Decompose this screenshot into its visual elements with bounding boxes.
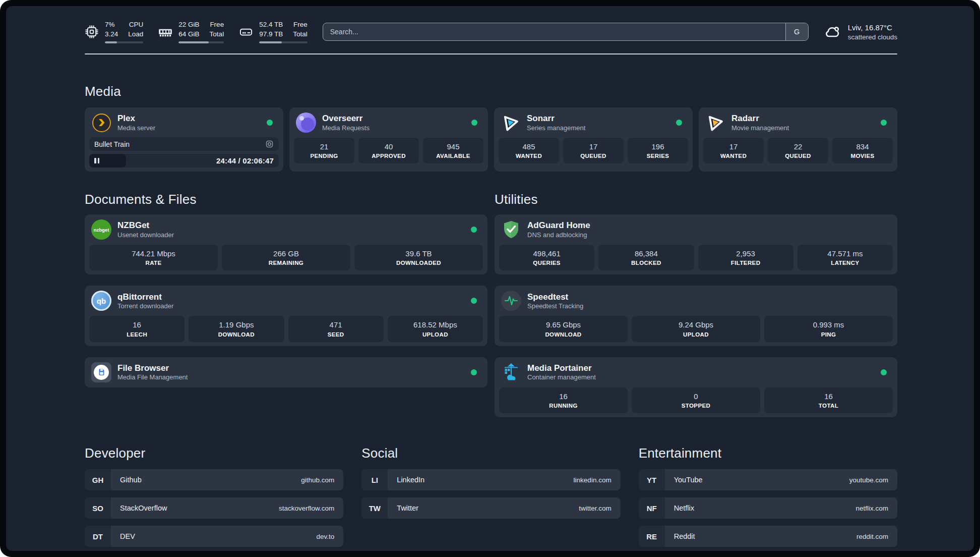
dashboard: 7%3.24 CPULoad bbox=[6, 6, 974, 551]
app-desc: Usenet downloader bbox=[117, 231, 174, 239]
bookmark-netflix[interactable]: NF Netflix netflix.com bbox=[639, 497, 897, 519]
bookmark-abbr: NF bbox=[639, 497, 665, 519]
bookmark-youtube[interactable]: YT YouTube youtube.com bbox=[639, 469, 897, 490]
stat-downloaded: 39.6 TBDOWNLOADED bbox=[354, 245, 483, 270]
now-playing-row: Bullet Train bbox=[89, 137, 279, 151]
app-name: qBittorrent bbox=[117, 292, 173, 302]
disk-stat: 52.4 TB97.9 TB FreeTotal bbox=[239, 20, 308, 44]
bookmark-abbr: LI bbox=[361, 469, 388, 490]
bookmark-github[interactable]: GH Github github.com bbox=[85, 469, 343, 490]
bookmark-url: reddit.com bbox=[856, 533, 888, 540]
stat-wanted: 485WANTED bbox=[499, 138, 559, 163]
bookmark-abbr: TW bbox=[361, 497, 388, 519]
media-row: Plex Media server Bullet Train 24:44 bbox=[85, 107, 897, 172]
section-heading-media: Media bbox=[85, 84, 897, 99]
app-name: Sonarr bbox=[527, 113, 585, 124]
section-heading-utilities: Utilities bbox=[495, 192, 897, 207]
section-heading-entertainment: Entertainment bbox=[639, 445, 897, 461]
stat-download: 9.65 GbpsDOWNLOAD bbox=[499, 316, 628, 342]
app-name: Radarr bbox=[731, 113, 789, 124]
status-online-dot bbox=[881, 120, 887, 126]
stat-upload: 618.52 MbpsUPLOAD bbox=[388, 316, 483, 342]
app-desc: DNS and adblocking bbox=[527, 231, 590, 239]
stat-download: 1.19 GbpsDOWNLOAD bbox=[189, 316, 284, 342]
search-provider-button[interactable]: G bbox=[785, 23, 808, 40]
status-online-dot bbox=[676, 120, 682, 126]
bookmark-abbr: SO bbox=[85, 497, 111, 519]
header-divider bbox=[85, 53, 897, 54]
stat-running: 16RUNNING bbox=[499, 387, 628, 413]
app-card-sonarr[interactable]: Sonarr Series management 485WANTED 17QUE… bbox=[494, 107, 693, 172]
overseerr-icon bbox=[296, 113, 316, 133]
pause-button[interactable] bbox=[94, 154, 99, 168]
app-card-speedtest[interactable]: Speedtest Speedtest Tracking 9.65 GbpsDO… bbox=[495, 286, 897, 346]
bookmark-reddit[interactable]: RE Reddit reddit.com bbox=[639, 526, 897, 547]
app-card-portainer[interactable]: Media Portainer Container management 16R… bbox=[495, 357, 897, 417]
bookmark-linkedin[interactable]: LI LinkedIn linkedin.com bbox=[361, 469, 620, 490]
cloud-icon bbox=[824, 23, 842, 41]
bookmarks-entertainment: Entertainment YT YouTube youtube.com NF … bbox=[639, 445, 897, 551]
bookmark-name: Github bbox=[120, 476, 142, 484]
app-name: Plex bbox=[117, 113, 155, 124]
status-online-dot bbox=[471, 298, 477, 304]
stat-wanted: 17WANTED bbox=[703, 138, 764, 163]
weather-widget[interactable]: Lviv, 16.87°C scattered clouds bbox=[824, 22, 897, 42]
filebrowser-icon bbox=[91, 362, 111, 382]
search-input[interactable] bbox=[323, 23, 785, 40]
session-icon[interactable] bbox=[265, 140, 274, 148]
cpu-values: 7%3.24 bbox=[105, 20, 118, 39]
app-card-plex[interactable]: Plex Media server Bullet Train 24:44 bbox=[85, 107, 283, 172]
section-utilities: Utilities AdGuard Home DNS and adblockin… bbox=[495, 192, 897, 417]
app-card-filebrowser[interactable]: File Browser Media File Management bbox=[85, 357, 487, 387]
stat-pending: 21PENDING bbox=[294, 138, 354, 163]
stat-approved: 40APPROVED bbox=[358, 138, 419, 163]
stat-series: 196SERIES bbox=[628, 138, 688, 163]
app-card-radarr[interactable]: Radarr Movie management 17WANTED 22QUEUE… bbox=[699, 107, 897, 172]
search-bar: G bbox=[323, 23, 809, 41]
section-heading-developer: Developer bbox=[85, 445, 343, 461]
bookmark-twitter[interactable]: TW Twitter twitter.com bbox=[361, 497, 620, 519]
bookmark-name: StackOverflow bbox=[120, 504, 167, 512]
bookmark-dev[interactable]: DT DEV dev.to bbox=[85, 526, 343, 547]
bookmark-abbr: GH bbox=[85, 469, 111, 490]
bookmark-url: netflix.com bbox=[855, 505, 888, 512]
app-card-adguard[interactable]: AdGuard Home DNS and adblocking 498,461Q… bbox=[495, 214, 897, 274]
stat-leech: 16LEECH bbox=[89, 316, 185, 342]
memory-values: 22 GiB64 GiB bbox=[178, 20, 199, 39]
cpu-progressbar bbox=[105, 41, 143, 43]
disk-icon bbox=[239, 25, 253, 39]
stat-remaining: 266 GBREMAINING bbox=[222, 245, 350, 270]
stat-available: 945AVAILABLE bbox=[423, 138, 483, 163]
app-card-overseerr[interactable]: Overseerr Media Requests 21PENDING 40APP… bbox=[289, 107, 488, 172]
status-online-dot bbox=[471, 120, 477, 126]
stat-filtered: 2,953FILTERED bbox=[698, 245, 793, 270]
app-name: Speedtest bbox=[527, 292, 583, 302]
app-desc: Series management bbox=[527, 124, 585, 132]
bookmark-name: YouTube bbox=[674, 476, 703, 484]
disk-progressbar bbox=[259, 41, 308, 43]
app-name: Media Portainer bbox=[527, 363, 596, 373]
app-desc: Container management bbox=[527, 373, 596, 381]
section-documents: Documents & Files nzbget NZBGet Usenet d… bbox=[85, 192, 487, 417]
cpu-labels: CPULoad bbox=[128, 20, 143, 39]
stat-ping: 0.993 msPING bbox=[764, 316, 893, 342]
window-frame: 7%3.24 CPULoad bbox=[0, 0, 980, 557]
stat-upload: 9.24 GbpsUPLOAD bbox=[632, 316, 760, 342]
app-card-qbittorrent[interactable]: qb qBittorrent Torrent downloader 16LEEC… bbox=[85, 286, 487, 346]
stat-stopped: 0STOPPED bbox=[632, 387, 760, 413]
app-card-nzbget[interactable]: nzbget NZBGet Usenet downloader 744.21 M… bbox=[85, 214, 487, 274]
memory-labels: FreeTotal bbox=[210, 20, 224, 39]
app-desc: Torrent downloader bbox=[117, 302, 173, 310]
app-desc: Media server bbox=[117, 124, 155, 132]
playback-progressbar: 24:44 / 02:06:47 bbox=[89, 154, 279, 168]
stat-queued: 17QUEUED bbox=[563, 138, 624, 163]
bookmark-stackoverflow[interactable]: SO StackOverflow stackoverflow.com bbox=[85, 497, 343, 519]
cpu-stat: 7%3.24 CPULoad bbox=[85, 20, 143, 44]
playback-time: 24:44 / 02:06:47 bbox=[216, 154, 274, 168]
speedtest-icon bbox=[501, 291, 521, 311]
adguard-icon bbox=[501, 219, 521, 240]
section-heading-social: Social bbox=[361, 445, 620, 461]
bookmark-abbr: DT bbox=[85, 526, 111, 547]
app-name: AdGuard Home bbox=[527, 220, 590, 231]
bookmark-abbr: YT bbox=[639, 469, 665, 490]
